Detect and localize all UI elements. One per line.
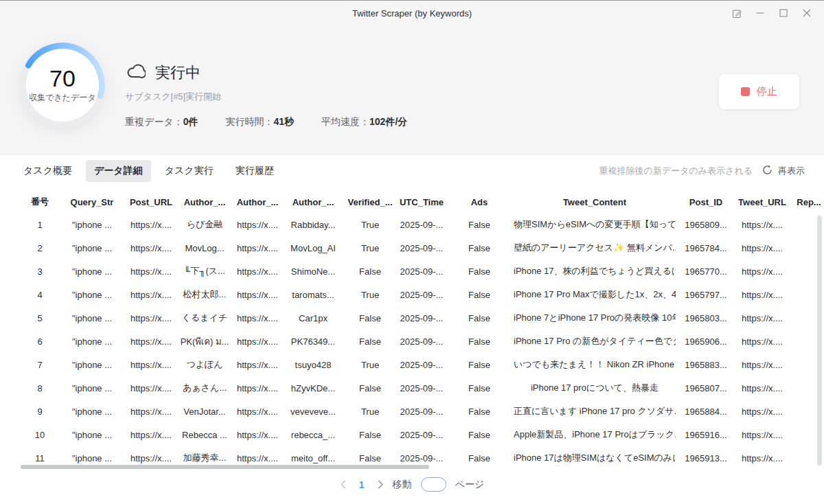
table-row[interactable]: 2"iphone ...https://x....MovLog...https:… <box>0 236 824 260</box>
table-cell: 1965809... <box>676 220 736 230</box>
column-header[interactable]: Rep... <box>788 197 824 207</box>
table-row[interactable]: 4"iphone ...https://x....松村太郎...https://… <box>0 283 824 306</box>
refresh-icon <box>762 165 772 178</box>
table-cell: 2025-09-... <box>398 383 445 393</box>
table-cell: あぁさん... <box>179 382 231 394</box>
tab-task-overview[interactable]: タスク概要 <box>15 160 80 182</box>
maximize-button[interactable] <box>772 1 795 25</box>
table-cell: 1965906... <box>676 336 736 347</box>
table-cell: 壁紙のアーリーアクセス✨ 無料メンバ... <box>514 242 676 254</box>
prev-page-button[interactable] <box>340 480 347 489</box>
table-row[interactable]: 10"iphone ...https://x....Rebecca ...htt… <box>0 423 824 446</box>
column-header[interactable]: Post_ID <box>676 197 736 207</box>
column-header[interactable]: Author_... <box>179 197 231 207</box>
tab-run-history[interactable]: 実行履歴 <box>227 160 282 182</box>
stop-square-icon <box>741 87 750 96</box>
table-cell: Apple新製品、iPhone 17 Proはブラック... <box>514 428 676 441</box>
table-row[interactable]: 6"iphone ...https://x....PK(พีเค) ม...ht… <box>0 330 824 353</box>
table-cell: https://x.... <box>736 243 788 253</box>
vertical-scrollbar[interactable] <box>817 216 822 466</box>
table-cell: https://x.... <box>124 336 179 347</box>
page-jump-input[interactable] <box>421 477 446 492</box>
table-cell: くるまイチ <box>179 312 231 324</box>
table-cell: "iphone ... <box>60 406 124 417</box>
table-cell: veveveve... <box>284 406 342 417</box>
table-cell: meito_off... <box>284 453 342 463</box>
table-cell: つよぽん <box>179 358 231 371</box>
column-header[interactable]: 番号 <box>19 196 60 208</box>
table-cell: MovLog_AI <box>284 243 342 253</box>
table-cell: MovLog... <box>179 243 231 253</box>
stop-button[interactable]: 停止 <box>719 74 799 109</box>
table-cell: True <box>342 243 398 253</box>
column-header[interactable]: Verified_... <box>342 197 398 207</box>
table-row[interactable]: 5"iphone ...https://x....くるまイチhttps://x.… <box>0 306 824 330</box>
column-header[interactable]: Ads <box>445 197 514 207</box>
table-cell: iPhone 7とiPhone 17 Proの発表映像 10年... <box>514 312 676 324</box>
close-button[interactable] <box>795 1 819 25</box>
table-cell: https://x.... <box>124 243 179 253</box>
table-cell: False <box>445 453 514 463</box>
table-cell: https://x.... <box>231 430 284 440</box>
table-cell: Rebecca ... <box>179 430 231 440</box>
table-cell: ╙下╖(ス... <box>179 265 231 277</box>
table-body: 1"iphone ...https://x....らび金融https://x..… <box>0 213 824 470</box>
table-cell: 6 <box>19 336 60 347</box>
column-header[interactable]: Author_... <box>284 197 342 207</box>
table-cell: 2025-09-... <box>398 313 445 323</box>
tab-data-detail[interactable]: データ詳細 <box>86 160 151 182</box>
next-page-button[interactable] <box>376 480 384 489</box>
table-cell: 10 <box>19 430 60 440</box>
table-cell: いつでも来たまえ！！ Nikon ZR iPhone 1... <box>514 358 676 371</box>
table-cell: 5 <box>19 313 60 323</box>
table-row[interactable]: 9"iphone ...https://x....VenJotar...http… <box>0 400 824 423</box>
table-cell: False <box>445 406 514 417</box>
compose-icon[interactable] <box>725 1 748 25</box>
table-cell: https://x.... <box>124 313 179 323</box>
table-cell: 2025-09-... <box>398 243 445 253</box>
pagination: 1 移動 ページ <box>0 477 824 492</box>
table-cell: "iphone ... <box>60 430 124 440</box>
column-header[interactable]: Post_URL <box>124 197 179 207</box>
column-header[interactable]: Query_Str <box>60 197 124 207</box>
collected-label: 収集できたデータ <box>29 92 95 104</box>
run-status-header: 70 収集できたデータ 実行中 サブタスク[#5]実行開始 重複データ：0件 実… <box>0 25 824 155</box>
table-cell: False <box>445 243 514 253</box>
table-cell: https://x.... <box>231 336 284 347</box>
titlebar: Twitter Scraper (by Keywords) <box>0 1 824 25</box>
table-cell: 1965797... <box>676 290 736 300</box>
table-cell: True <box>342 290 398 300</box>
table-cell: 2025-09-... <box>398 266 445 277</box>
minimize-button[interactable] <box>748 1 772 25</box>
table-cell: https://x.... <box>231 290 284 300</box>
refresh-button[interactable]: 再表示 <box>762 165 805 178</box>
horizontal-scrollbar[interactable] <box>21 465 429 469</box>
table-row[interactable]: 3"iphone ...https://x....╙下╖(ス...https:/… <box>0 260 824 283</box>
table-row[interactable]: 1"iphone ...https://x....らび金融https://x..… <box>0 213 824 236</box>
column-header[interactable]: Tweet_URL <box>736 197 788 207</box>
table-cell: iPhone 17 Pro Maxで撮影した1x、2x、4x... <box>514 288 676 301</box>
table-cell: 1965913... <box>676 453 736 463</box>
tab-task-run[interactable]: タスク実行 <box>157 160 222 182</box>
table-cell: False <box>342 453 398 463</box>
table-cell: False <box>342 430 398 440</box>
table-cell: 加藤秀幸... <box>179 452 231 464</box>
table-cell: PK(พีเค) ม... <box>179 334 231 349</box>
table-cell: 1965803... <box>676 313 736 323</box>
table-cell: False <box>445 290 514 300</box>
elapsed-time-stat: 実行時間：41秒 <box>225 116 294 128</box>
column-header[interactable]: Tweet_Content <box>514 197 676 207</box>
table-cell: https://x.... <box>736 220 788 230</box>
table-cell: False <box>445 266 514 277</box>
table-row[interactable]: 7"iphone ...https://x....つよぽんhttps://x..… <box>0 353 824 376</box>
table-cell: https://x.... <box>124 430 179 440</box>
current-page[interactable]: 1 <box>356 479 367 490</box>
table-cell: 7 <box>19 360 60 370</box>
table-cell: https://x.... <box>736 336 788 347</box>
table-cell: 4 <box>19 290 60 300</box>
table-cell: iPhone 17は物理SIMはなくてeSIMのみに... <box>514 452 676 464</box>
table-row[interactable]: 8"iphone ...https://x....あぁさん...https://… <box>0 376 824 400</box>
column-header[interactable]: Author_... <box>231 197 284 207</box>
table-cell: 8 <box>19 383 60 393</box>
column-header[interactable]: UTC_Time <box>398 197 445 207</box>
